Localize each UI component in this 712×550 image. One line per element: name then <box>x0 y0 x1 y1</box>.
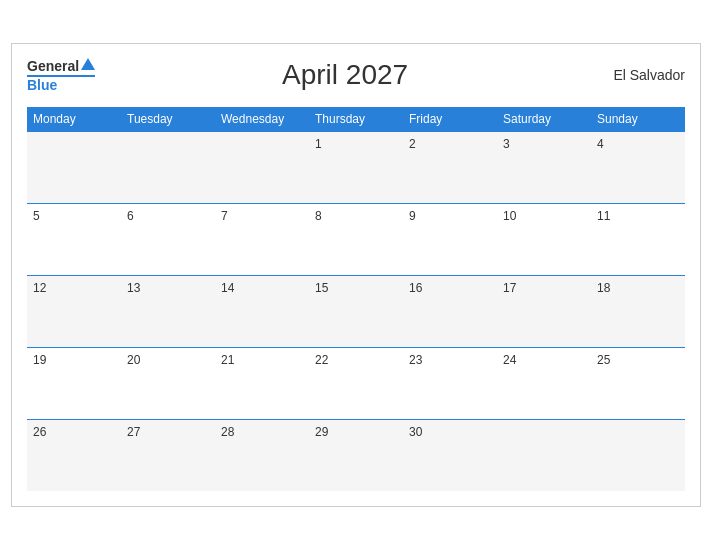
calendar-cell: 14 <box>215 275 309 347</box>
logo-line: General <box>27 58 95 74</box>
day-number: 15 <box>315 281 328 295</box>
calendar-cell: 16 <box>403 275 497 347</box>
calendar-cell: 8 <box>309 203 403 275</box>
day-number: 1 <box>315 137 322 151</box>
calendar-week-row: 19202122232425 <box>27 347 685 419</box>
day-number: 29 <box>315 425 328 439</box>
calendar-cell: 21 <box>215 347 309 419</box>
calendar-cell: 13 <box>121 275 215 347</box>
header-tuesday: Tuesday <box>121 107 215 132</box>
header-saturday: Saturday <box>497 107 591 132</box>
calendar-cell: 11 <box>591 203 685 275</box>
day-number: 21 <box>221 353 234 367</box>
day-number: 18 <box>597 281 610 295</box>
day-number: 25 <box>597 353 610 367</box>
calendar-cell <box>591 419 685 491</box>
calendar-header: General Blue April 2027 El Salvador <box>27 54 685 97</box>
calendar-grid: Monday Tuesday Wednesday Thursday Friday… <box>27 107 685 492</box>
calendar-cell: 19 <box>27 347 121 419</box>
calendar-container: General Blue April 2027 El Salvador Mond… <box>11 43 701 508</box>
logo-blue-text: Blue <box>27 77 57 93</box>
day-number: 27 <box>127 425 140 439</box>
calendar-cell: 7 <box>215 203 309 275</box>
day-number: 16 <box>409 281 422 295</box>
logo-triangle-icon <box>81 58 95 70</box>
calendar-cell: 23 <box>403 347 497 419</box>
day-number: 30 <box>409 425 422 439</box>
calendar-cell: 27 <box>121 419 215 491</box>
calendar-cell: 28 <box>215 419 309 491</box>
calendar-cell: 12 <box>27 275 121 347</box>
calendar-title: April 2027 <box>95 59 595 91</box>
calendar-cell: 5 <box>27 203 121 275</box>
day-number: 23 <box>409 353 422 367</box>
calendar-cell: 29 <box>309 419 403 491</box>
day-number: 13 <box>127 281 140 295</box>
calendar-week-row: 2627282930 <box>27 419 685 491</box>
day-number: 11 <box>597 209 610 223</box>
header-monday: Monday <box>27 107 121 132</box>
calendar-cell: 18 <box>591 275 685 347</box>
calendar-cell: 24 <box>497 347 591 419</box>
calendar-cell <box>215 131 309 203</box>
day-number: 28 <box>221 425 234 439</box>
calendar-cell: 9 <box>403 203 497 275</box>
day-number: 6 <box>127 209 134 223</box>
calendar-cell: 30 <box>403 419 497 491</box>
calendar-cell <box>27 131 121 203</box>
calendar-week-row: 12131415161718 <box>27 275 685 347</box>
day-number: 7 <box>221 209 228 223</box>
day-number: 5 <box>33 209 40 223</box>
day-number: 19 <box>33 353 46 367</box>
day-number: 3 <box>503 137 510 151</box>
calendar-week-row: 567891011 <box>27 203 685 275</box>
day-number: 22 <box>315 353 328 367</box>
calendar-cell: 1 <box>309 131 403 203</box>
header-friday: Friday <box>403 107 497 132</box>
calendar-cell <box>121 131 215 203</box>
calendar-cell: 22 <box>309 347 403 419</box>
day-number: 4 <box>597 137 604 151</box>
logo-general-text: General <box>27 58 79 74</box>
logo-area: General Blue <box>27 58 95 93</box>
calendar-cell: 25 <box>591 347 685 419</box>
calendar-week-row: 1234 <box>27 131 685 203</box>
weekday-header-row: Monday Tuesday Wednesday Thursday Friday… <box>27 107 685 132</box>
calendar-cell: 20 <box>121 347 215 419</box>
day-number: 26 <box>33 425 46 439</box>
calendar-cell: 6 <box>121 203 215 275</box>
calendar-cell: 4 <box>591 131 685 203</box>
day-number: 9 <box>409 209 416 223</box>
day-number: 8 <box>315 209 322 223</box>
header-thursday: Thursday <box>309 107 403 132</box>
calendar-cell: 3 <box>497 131 591 203</box>
calendar-cell: 10 <box>497 203 591 275</box>
day-number: 2 <box>409 137 416 151</box>
calendar-cell: 26 <box>27 419 121 491</box>
day-number: 20 <box>127 353 140 367</box>
day-number: 24 <box>503 353 516 367</box>
calendar-cell: 2 <box>403 131 497 203</box>
calendar-cell: 15 <box>309 275 403 347</box>
header-wednesday: Wednesday <box>215 107 309 132</box>
calendar-cell <box>497 419 591 491</box>
day-number: 10 <box>503 209 516 223</box>
day-number: 17 <box>503 281 516 295</box>
calendar-cell: 17 <box>497 275 591 347</box>
country-label: El Salvador <box>595 67 685 83</box>
day-number: 12 <box>33 281 46 295</box>
day-number: 14 <box>221 281 234 295</box>
header-sunday: Sunday <box>591 107 685 132</box>
